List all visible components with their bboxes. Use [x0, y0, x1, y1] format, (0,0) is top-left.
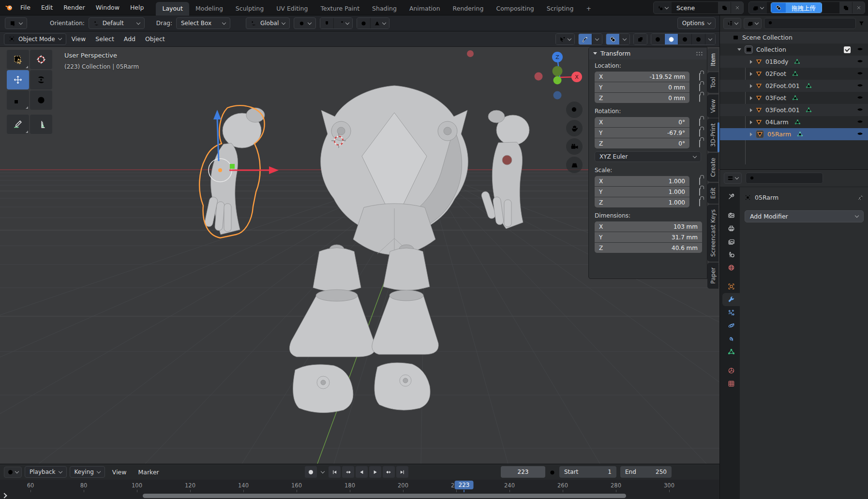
outliner-row-03foot[interactable]: 03Foot	[720, 92, 868, 104]
viewport-menu-select[interactable]: Select	[91, 35, 119, 43]
disclosure-icon[interactable]	[750, 132, 752, 136]
dimensions-x-field[interactable]: X103 mm	[595, 221, 702, 232]
move-tool-icon[interactable]	[31, 19, 39, 28]
start-frame-field[interactable]: Start1	[559, 466, 616, 478]
tab-constraints-icon[interactable]	[722, 332, 740, 345]
disclosure-icon[interactable]	[750, 72, 752, 76]
auto-keying-toggle[interactable]	[305, 466, 317, 478]
tab-object-icon[interactable]	[722, 280, 740, 293]
eye-icon[interactable]	[857, 58, 863, 66]
lock-icon[interactable]	[699, 118, 700, 126]
keying-menu[interactable]: Keying	[70, 466, 105, 478]
orientation-dropdown[interactable]: Default	[89, 17, 145, 29]
timeline-menu-marker[interactable]: Marker	[134, 469, 164, 476]
tab-tool-icon[interactable]	[722, 190, 740, 203]
show-overlays-toggle[interactable]	[606, 34, 619, 44]
tab-tool[interactable]: Tool	[707, 72, 718, 93]
scale-x-field[interactable]: X1.000	[595, 176, 689, 186]
tab-render-icon[interactable]	[722, 209, 740, 222]
tab-view-layer-icon[interactable]	[722, 235, 740, 248]
tab-3d-print[interactable]: 3D-Print	[707, 118, 718, 152]
view-layer-name-field[interactable]: 拖拽上传	[767, 2, 839, 14]
pivot-point-dropdown[interactable]	[294, 17, 316, 29]
shading-dropdown[interactable]	[705, 34, 715, 44]
lock-icon[interactable]	[699, 188, 700, 196]
current-frame-field[interactable]: 223	[501, 466, 545, 478]
proportional-edit-toggle[interactable]	[357, 18, 370, 29]
lock-icon[interactable]	[699, 177, 700, 185]
disclosure-icon[interactable]	[750, 120, 752, 124]
workspace-tab-scripting[interactable]: Scripting	[540, 2, 580, 15]
menu-help[interactable]: Help	[125, 0, 150, 15]
jump-to-end-button[interactable]	[396, 466, 408, 478]
disclosure-icon[interactable]	[750, 60, 752, 64]
robot-boot-right[interactable]	[372, 290, 438, 354]
timeline-ruler[interactable]: 60 80 100 120 140 160 180 200 220 240 26…	[0, 480, 719, 492]
robot-thigh-right[interactable]	[383, 245, 430, 291]
tab-view[interactable]: View	[707, 94, 718, 117]
expand-channels-icon[interactable]	[1, 493, 7, 498]
tool-rotate[interactable]	[30, 70, 52, 89]
tab-modifiers-icon[interactable]	[722, 293, 740, 306]
outliner-row-03foot001[interactable]: 03Foot.001	[720, 104, 868, 116]
robot-foot-right[interactable]	[374, 363, 430, 410]
sidebar-scrollbar[interactable]	[718, 122, 719, 152]
eye-icon[interactable]	[857, 118, 863, 126]
viewport-perspective-toggle[interactable]	[566, 157, 583, 173]
outliner-row-scene-collection[interactable]: Scene Collection	[720, 31, 868, 44]
tab-scene-icon[interactable]	[722, 248, 740, 261]
collection-checkbox[interactable]	[844, 46, 851, 53]
rotation-y-field[interactable]: Y-67.9°	[595, 128, 689, 138]
scene-browse-button[interactable]	[654, 2, 672, 14]
shading-wireframe-button[interactable]	[651, 34, 664, 44]
menu-render[interactable]: Render	[58, 0, 90, 15]
timeline-scrollbar[interactable]	[143, 494, 626, 498]
selectability-dropdown[interactable]	[556, 34, 574, 44]
location-x-field[interactable]: X-119.52 mm	[595, 72, 689, 82]
tab-edit[interactable]: Edit	[707, 183, 718, 204]
overlays-dropdown[interactable]	[619, 34, 629, 44]
robot-boot-left[interactable]	[289, 290, 375, 357]
menu-file[interactable]: File	[15, 0, 36, 15]
outliner-display-mode-dropdown[interactable]	[723, 18, 741, 29]
tool-annotate[interactable]	[7, 115, 29, 134]
transform-orientation-dropdown[interactable]: Global	[246, 17, 290, 29]
snap-with-dropdown[interactable]	[333, 18, 352, 29]
shading-solid-button[interactable]	[664, 34, 678, 44]
workspace-tab-layout[interactable]: Layout	[156, 2, 189, 15]
workspace-tab-animation[interactable]: Animation	[403, 2, 447, 15]
play-reverse-button[interactable]	[356, 466, 368, 478]
tab-object-data-icon[interactable]	[722, 345, 740, 358]
eye-icon[interactable]	[857, 94, 863, 102]
rotation-mode-dropdown[interactable]: XYZ Euler	[595, 151, 701, 162]
lock-icon[interactable]	[699, 94, 700, 102]
workspace-tab-uv-editing[interactable]: UV Editing	[270, 2, 314, 15]
lock-icon[interactable]	[699, 73, 700, 81]
prev-keyframe-button[interactable]	[342, 466, 354, 478]
outliner-row-02foot[interactable]: 02Foot	[720, 68, 868, 80]
outliner-row-02foot001[interactable]: 02Foot.001	[720, 80, 868, 92]
tab-physics-icon[interactable]	[722, 319, 740, 332]
3d-viewport[interactable]: Z X Object Mode View Select Add Object	[0, 31, 719, 464]
playback-menu[interactable]: Playback	[25, 466, 67, 478]
viewport-pan-button[interactable]	[566, 120, 583, 136]
tool-scale[interactable]	[7, 90, 29, 110]
editor-type-dropdown[interactable]	[724, 173, 742, 184]
eye-icon[interactable]	[857, 106, 863, 114]
timeline-menu-view[interactable]: View	[108, 469, 131, 476]
lock-icon[interactable]	[699, 129, 700, 137]
menu-window[interactable]: Window	[90, 0, 125, 15]
rotation-x-field[interactable]: X0°	[595, 117, 689, 127]
add-modifier-button[interactable]: Add Modifier	[745, 210, 864, 222]
proportional-falloff-dropdown[interactable]	[370, 18, 389, 29]
robot-thigh-left[interactable]	[313, 245, 361, 292]
add-workspace-button[interactable]: +	[580, 2, 597, 15]
view-layer-new-button[interactable]	[839, 2, 852, 14]
transform-panel-header[interactable]: Transform	[589, 47, 707, 59]
gizmo-dropdown[interactable]	[592, 34, 602, 44]
scene-unlink-button[interactable]	[731, 2, 743, 14]
blender-logo-icon[interactable]	[5, 3, 13, 12]
workspace-tab-compositing[interactable]: Compositing	[490, 2, 540, 15]
lock-icon[interactable]	[699, 140, 700, 147]
location-y-field[interactable]: Y0 mm	[595, 82, 689, 92]
